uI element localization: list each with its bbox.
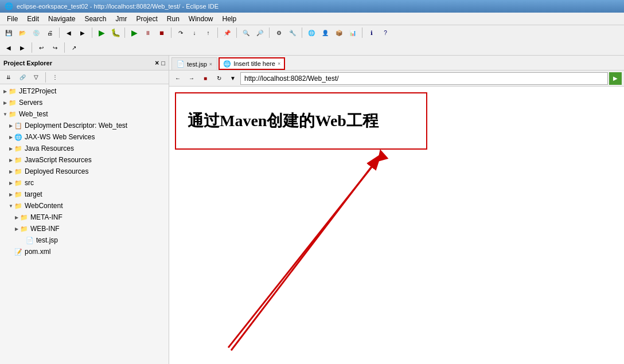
- label-test-jsp: test.jsp: [36, 236, 58, 244]
- sidebar-header: Project Explorer × □: [0, 56, 169, 71]
- sep10: [32, 42, 32, 53]
- expand-arrow-deployment[interactable]: ▶: [8, 123, 14, 128]
- forward-button[interactable]: ▶: [76, 26, 89, 39]
- tree-item-deployment[interactable]: ▶ 📋 Deployment Descriptor: Web_test: [0, 120, 169, 131]
- link-editor-button[interactable]: 🔗: [16, 71, 29, 84]
- go-button[interactable]: ▶: [609, 72, 622, 85]
- menu-jmr[interactable]: Jmr: [111, 14, 131, 24]
- browser-forward-button[interactable]: →: [185, 72, 198, 85]
- open-button[interactable]: 📂: [16, 26, 29, 39]
- user-button[interactable]: 👤: [319, 26, 332, 39]
- new-button[interactable]: 💾: [2, 26, 15, 39]
- expand-arrow-js-resources[interactable]: ▶: [8, 157, 14, 163]
- svg-marker-1: [375, 148, 388, 162]
- run2-button[interactable]: ▶: [128, 26, 141, 39]
- step-into[interactable]: ↓: [188, 26, 201, 39]
- menu-edit[interactable]: Edit: [22, 14, 44, 24]
- menu-search[interactable]: Search: [80, 14, 111, 24]
- sidebar-toolbar: ⇊ 🔗 ▽ ⋮: [0, 71, 169, 84]
- menu-project[interactable]: Project: [131, 14, 162, 24]
- file-icon-pom-xml: 📝: [14, 247, 23, 256]
- folder-icon-webcontent: 📁: [14, 201, 23, 210]
- toggle-button[interactable]: 📌: [221, 26, 233, 39]
- tab-insert-title[interactable]: 🌐 Insert title here ×: [219, 57, 285, 70]
- tab-icon-insert-title: 🌐: [223, 60, 231, 68]
- menu-help[interactable]: Help: [218, 14, 241, 24]
- expand-arrow-deployed-resources[interactable]: ▶: [8, 169, 14, 174]
- info-button[interactable]: ℹ: [365, 26, 378, 39]
- collapse-all-button[interactable]: ⇊: [2, 71, 15, 84]
- no-arrow-pom-xml: [8, 249, 14, 255]
- tree-item-web-inf[interactable]: ▶ 📁 WEB-INF: [0, 223, 169, 234]
- tree-item-deployed-resources[interactable]: ▶ 📁 Deployed Resources: [0, 166, 169, 177]
- step-over[interactable]: ↷: [174, 26, 187, 39]
- undo-button[interactable]: ↩: [35, 41, 48, 54]
- tree-item-src[interactable]: ▶ 📁 src: [0, 177, 169, 189]
- expand-arrow-jet2project[interactable]: ▶: [2, 88, 8, 94]
- url-input[interactable]: [240, 72, 608, 85]
- tree-item-target[interactable]: ▶ 📁 target: [0, 189, 169, 200]
- folder-icon-deployment: 📋: [14, 121, 23, 130]
- sidebar-tree: ▶ 📁 JET2Project ▶ 📁 Servers ▼ 📁 Web_test: [0, 84, 169, 364]
- menu-run[interactable]: Run: [162, 14, 184, 24]
- label-meta-inf: META-INF: [30, 213, 63, 221]
- settings-button[interactable]: ⚙: [272, 26, 285, 39]
- expand-arrow-web-inf[interactable]: ▶: [14, 226, 20, 232]
- tree-item-js-resources[interactable]: ▶ 📁 JavaScript Resources: [0, 154, 169, 166]
- sep9: [362, 28, 362, 38]
- label-webcontent: WebContent: [25, 202, 63, 210]
- tree-item-jet2project[interactable]: ▶ 📁 JET2Project: [0, 85, 169, 97]
- tree-item-servers[interactable]: ▶ 📁 Servers: [0, 97, 169, 108]
- package-button[interactable]: 📦: [333, 26, 345, 39]
- expand-arrow-java-resources[interactable]: ▶: [8, 146, 14, 151]
- save-button[interactable]: 💿: [30, 26, 42, 39]
- tree-item-webcontent[interactable]: ▼ 📁 WebContent: [0, 200, 169, 212]
- pause-button[interactable]: ⏸: [142, 26, 154, 39]
- tree-item-pom-xml[interactable]: 📝 pom.xml: [0, 246, 169, 257]
- view-menu-button[interactable]: ⋮: [49, 71, 61, 84]
- debug-button[interactable]: 🐛: [109, 26, 122, 39]
- tab-close-insert-title[interactable]: ×: [278, 61, 280, 66]
- menu-file[interactable]: File: [2, 14, 22, 24]
- menu-window[interactable]: Window: [184, 14, 218, 24]
- expand-arrow-src[interactable]: ▶: [8, 180, 14, 186]
- expand-arrow-servers[interactable]: ▶: [2, 100, 8, 105]
- run-button[interactable]: ▶: [95, 26, 108, 39]
- expand-arrow-webtest[interactable]: ▼: [2, 111, 8, 117]
- chart-button[interactable]: 📊: [346, 26, 359, 39]
- forward2-button[interactable]: ▶: [16, 41, 29, 54]
- tab-test-jsp[interactable]: 📄 test.jsp ×: [171, 57, 217, 70]
- sidebar-close-button[interactable]: ×: [155, 59, 159, 67]
- tree-item-meta-inf[interactable]: ▶ 📁 META-INF: [0, 212, 169, 223]
- tree-item-webtest[interactable]: ▼ 📁 Web_test: [0, 108, 169, 120]
- folder-icon-meta-inf: 📁: [20, 213, 29, 222]
- back2-button[interactable]: ◀: [2, 41, 15, 54]
- expand-arrow-meta-inf[interactable]: ▶: [14, 214, 20, 220]
- show-button[interactable]: ↗: [68, 41, 80, 54]
- tree-item-test-jsp[interactable]: 📄 test.jsp: [0, 234, 169, 246]
- tree-item-java-resources[interactable]: ▶ 📁 Java Resources: [0, 143, 169, 154]
- zoom-button[interactable]: 🔎: [253, 26, 266, 39]
- tab-close-test-jsp[interactable]: ×: [209, 61, 212, 67]
- expand-arrow-webcontent[interactable]: ▼: [8, 203, 14, 209]
- redo-button[interactable]: ↪: [49, 41, 61, 54]
- expand-arrow-jaxws[interactable]: ▶: [8, 134, 14, 140]
- browser-dropdown-button[interactable]: ▼: [227, 72, 239, 85]
- filter-button[interactable]: ▽: [30, 71, 42, 84]
- back-button[interactable]: ◀: [63, 26, 75, 39]
- print-button[interactable]: 🖨: [44, 26, 56, 39]
- globe-button[interactable]: 🌐: [305, 26, 318, 39]
- help-button[interactable]: ?: [379, 26, 392, 39]
- tools-button[interactable]: 🔧: [286, 26, 299, 39]
- search-button[interactable]: 🔍: [240, 26, 252, 39]
- sidebar-minimize-button[interactable]: □: [161, 60, 165, 66]
- step-return[interactable]: ↑: [202, 26, 214, 39]
- svg-line-0: [228, 155, 381, 348]
- browser-stop-button[interactable]: ■: [199, 72, 212, 85]
- expand-arrow-target[interactable]: ▶: [8, 191, 14, 197]
- menu-navigate[interactable]: Navigate: [44, 14, 80, 24]
- browser-refresh-button[interactable]: ↻: [213, 72, 225, 85]
- stop-button[interactable]: ⏹: [155, 26, 168, 39]
- browser-back-button[interactable]: ←: [171, 72, 184, 85]
- tree-item-jaxws[interactable]: ▶ 🌐 JAX-WS Web Services: [0, 131, 169, 143]
